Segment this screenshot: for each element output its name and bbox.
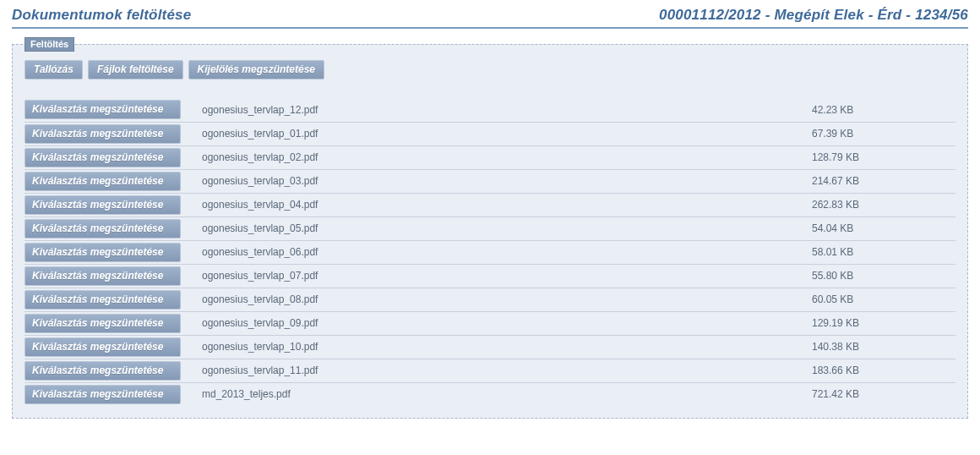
file-row: Kiválasztás megszüntetéseogonesius_tervl… [24, 169, 956, 193]
upload-panel: Feltöltés Tallózás Fájlok feltöltése Kij… [12, 44, 968, 419]
file-row: Kiválasztás megszüntetéseogonesius_tervl… [24, 145, 956, 169]
file-list: Kiválasztás megszüntetéseogonesius_tervl… [24, 98, 956, 406]
remove-file-button[interactable]: Kiválasztás megszüntetése [24, 100, 181, 119]
file-size: 54.04 KB [812, 217, 956, 240]
file-name: ogonesius_tervlap_04.pdf [202, 199, 318, 211]
file-name: ogonesius_tervlap_02.pdf [202, 151, 318, 163]
file-size: 129.19 KB [812, 311, 956, 335]
file-size: 67.39 KB [812, 122, 956, 145]
file-row: Kiválasztás megszüntetéseogonesius_tervl… [24, 122, 956, 145]
remove-file-button[interactable]: Kiválasztás megszüntetése [24, 266, 181, 286]
remove-file-button[interactable]: Kiválasztás megszüntetése [24, 172, 181, 191]
page-header: Dokumentumok feltöltése 00001112/2012 - … [12, 5, 968, 29]
file-row: Kiválasztás megszüntetéseogonesius_tervl… [24, 240, 956, 264]
file-row: Kiválasztás megszüntetéseogonesius_tervl… [24, 193, 956, 217]
file-size: 721.42 KB [812, 382, 956, 406]
file-name: ogonesius_tervlap_01.pdf [202, 128, 318, 140]
file-size: 128.79 KB [812, 145, 956, 169]
case-identifier: 00001112/2012 - Megépít Elek - Érd - 123… [659, 7, 968, 24]
file-row: Kiválasztás megszüntetéseogonesius_tervl… [24, 311, 956, 335]
file-name: md_2013_teljes.pdf [202, 388, 291, 400]
file-name: ogonesius_tervlap_06.pdf [202, 246, 318, 258]
upload-toolbar: Tallózás Fájlok feltöltése Kijelölés meg… [24, 60, 956, 79]
remove-file-button[interactable]: Kiválasztás megszüntetése [24, 385, 181, 404]
file-size: 60.05 KB [812, 288, 956, 311]
file-row: Kiválasztás megszüntetéseogonesius_tervl… [24, 359, 956, 382]
file-size: 214.67 KB [812, 169, 956, 193]
file-name: ogonesius_tervlap_11.pdf [202, 365, 318, 376]
file-name: ogonesius_tervlap_05.pdf [202, 222, 318, 234]
upload-files-button[interactable]: Fájlok feltöltése [88, 60, 183, 79]
remove-file-button[interactable]: Kiválasztás megszüntetése [24, 361, 181, 381]
file-name: ogonesius_tervlap_03.pdf [202, 175, 318, 187]
file-name: ogonesius_tervlap_10.pdf [202, 341, 318, 353]
remove-file-button[interactable]: Kiválasztás megszüntetése [24, 219, 181, 238]
file-size: 55.80 KB [812, 264, 956, 288]
file-row: Kiválasztás megszüntetéseogonesius_tervl… [24, 217, 956, 240]
remove-file-button[interactable]: Kiválasztás megszüntetése [24, 148, 181, 167]
file-size: 183.66 KB [812, 359, 956, 382]
file-name: ogonesius_tervlap_08.pdf [202, 293, 318, 305]
file-size: 42.23 KB [812, 98, 956, 122]
remove-file-button[interactable]: Kiválasztás megszüntetése [24, 195, 181, 215]
file-size: 58.01 KB [812, 240, 956, 264]
page-title: Dokumentumok feltöltése [12, 7, 191, 24]
remove-file-button[interactable]: Kiválasztás megszüntetése [24, 290, 181, 310]
deselect-all-button[interactable]: Kijelölés megszüntetése [188, 60, 324, 79]
file-name: ogonesius_tervlap_07.pdf [202, 270, 318, 282]
remove-file-button[interactable]: Kiválasztás megszüntetése [24, 124, 181, 144]
browse-button[interactable]: Tallózás [24, 60, 83, 79]
remove-file-button[interactable]: Kiválasztás megszüntetése [24, 243, 181, 262]
file-row: Kiválasztás megszüntetéseogonesius_tervl… [24, 264, 956, 288]
file-row: Kiválasztás megszüntetéseogonesius_tervl… [24, 288, 956, 311]
upload-panel-label: Feltöltés [24, 37, 74, 52]
file-row: Kiválasztás megszüntetéseogonesius_tervl… [24, 98, 956, 122]
remove-file-button[interactable]: Kiválasztás megszüntetése [24, 337, 181, 357]
file-size: 140.38 KB [812, 335, 956, 359]
file-row: Kiválasztás megszüntetésemd_2013_teljes.… [24, 382, 956, 406]
file-row: Kiválasztás megszüntetéseogonesius_tervl… [24, 335, 956, 359]
file-name: ogonesius_tervlap_12.pdf [202, 104, 318, 116]
file-name: ogonesius_tervlap_09.pdf [202, 317, 318, 329]
remove-file-button[interactable]: Kiválasztás megszüntetése [24, 314, 181, 333]
file-size: 262.83 KB [812, 193, 956, 217]
